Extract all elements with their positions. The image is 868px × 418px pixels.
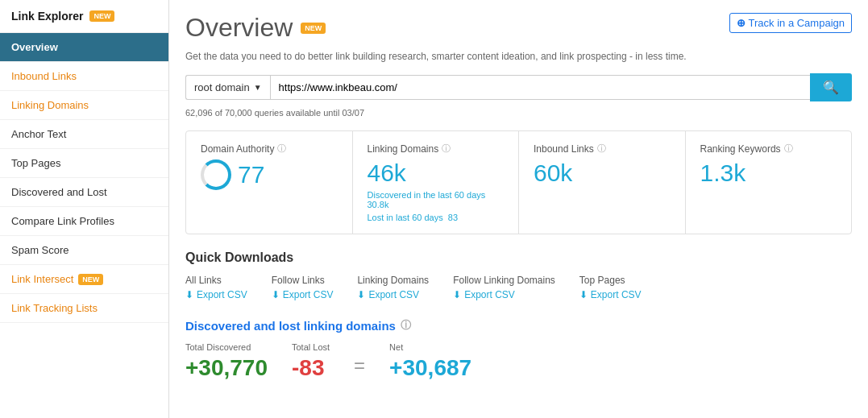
stat-ld-value: 46k — [368, 159, 505, 187]
sidebar-item-label: Overview — [11, 41, 58, 53]
net-row: Total Discovered +30,770 Total Lost -83 … — [185, 342, 852, 381]
sidebar-item-linking-domains[interactable]: Linking Domains — [0, 91, 168, 120]
total-discovered-col: Total Discovered +30,770 — [185, 342, 268, 381]
search-bar: root domain ▼ 🔍 — [185, 73, 852, 101]
queries-info: 62,096 of 70,000 queries available until… — [185, 108, 852, 118]
main-header: Overview NEW ⊕ Track in a Campaign — [185, 13, 852, 43]
download-icon: ⬇ — [579, 289, 588, 300]
da-circle — [201, 159, 231, 190]
download-icon: ⬇ — [185, 289, 193, 300]
sidebar-title: Link Explorer — [11, 10, 83, 23]
export-linking-domains-btn[interactable]: ⬇ Export CSV — [357, 289, 429, 300]
ld-info-icon[interactable]: ⓘ — [442, 143, 451, 155]
sidebar-item-label: Linking Domains — [11, 99, 89, 111]
download-icon: ⬇ — [272, 289, 280, 300]
overview-badge: NEW — [301, 23, 326, 34]
sidebar-item-inbound-links[interactable]: Inbound Links — [0, 62, 168, 91]
stat-rk-label: Ranking Keywords ⓘ — [700, 143, 837, 155]
link-intersect-badge: NEW — [78, 274, 103, 285]
domain-selector[interactable]: root domain ▼ — [185, 75, 270, 100]
sidebar: Link Explorer NEW Overview Inbound Links… — [0, 0, 169, 418]
total-discovered-value: +30,770 — [185, 355, 268, 381]
sidebar-item-compare-link-profiles[interactable]: Compare Link Profiles — [0, 207, 168, 236]
stat-domain-authority: Domain Authority ⓘ 77 — [186, 131, 353, 234]
stats-row: Domain Authority ⓘ 77 Linking Domains ⓘ … — [185, 130, 852, 234]
sidebar-item-label: Inbound Links — [11, 70, 77, 82]
download-icon: ⬇ — [357, 289, 365, 300]
sidebar-item-label: Link Intersect — [11, 273, 73, 285]
sidebar-item-spam-score[interactable]: Spam Score — [0, 236, 168, 265]
il-info-icon[interactable]: ⓘ — [597, 143, 606, 155]
sidebar-item-label: Top Pages — [11, 157, 60, 169]
sidebar-item-label: Compare Link Profiles — [11, 215, 114, 227]
main-content: Overview NEW ⊕ Track in a Campaign Get t… — [169, 0, 868, 418]
page-title: Overview NEW — [185, 13, 326, 43]
rk-info-icon[interactable]: ⓘ — [784, 143, 793, 155]
quick-downloads-title: Quick Downloads — [185, 250, 852, 265]
download-top-pages: Top Pages ⬇ Export CSV — [579, 275, 642, 300]
download-linking-domains: Linking Domains ⬇ Export CSV — [357, 275, 429, 300]
track-icon: ⊕ — [737, 17, 745, 29]
da-info-icon[interactable]: ⓘ — [277, 143, 286, 155]
sidebar-item-discovered-lost[interactable]: Discovered and Lost — [0, 178, 168, 207]
export-all-links-btn[interactable]: ⬇ Export CSV — [185, 289, 247, 300]
sidebar-header: Link Explorer NEW — [0, 0, 168, 33]
search-button[interactable]: 🔍 — [810, 73, 852, 101]
download-icon: ⬇ — [453, 289, 461, 300]
stat-ld-label: Linking Domains ⓘ — [368, 143, 505, 155]
stat-da-value: 77 — [201, 159, 338, 190]
net-col: Net +30,687 — [389, 342, 471, 381]
stat-inbound-links: Inbound Links ⓘ 60k — [519, 131, 686, 234]
discovered-lost-section-title: Discovered and lost linking domains ⓘ — [185, 318, 852, 333]
export-top-pages-btn[interactable]: ⬇ Export CSV — [579, 289, 642, 300]
sidebar-item-link-tracking-lists[interactable]: Link Tracking Lists — [0, 294, 168, 323]
stat-il-label: Inbound Links ⓘ — [534, 143, 671, 155]
stat-linking-domains: Linking Domains ⓘ 46k Discovered in the … — [353, 131, 520, 234]
track-campaign-link[interactable]: ⊕ Track in a Campaign — [729, 13, 852, 33]
export-follow-links-btn[interactable]: ⬇ Export CSV — [272, 289, 334, 300]
circle-info-icon[interactable]: ⓘ — [401, 318, 411, 333]
url-input[interactable] — [270, 75, 810, 100]
stat-ranking-keywords: Ranking Keywords ⓘ 1.3k — [686, 131, 852, 234]
stat-rk-value: 1.3k — [700, 159, 837, 187]
page-subtitle: Get the data you need to do better link … — [185, 51, 852, 62]
search-icon: 🔍 — [823, 81, 839, 94]
download-follow-linking-domains: Follow Linking Domains ⬇ Export CSV — [453, 275, 555, 300]
sidebar-item-label: Link Tracking Lists — [11, 302, 98, 314]
downloads-row: All Links ⬇ Export CSV Follow Links ⬇ Ex… — [185, 275, 852, 300]
sidebar-item-link-intersect[interactable]: Link Intersect NEW — [0, 265, 168, 294]
download-all-links: All Links ⬇ Export CSV — [185, 275, 247, 300]
equals-sign: = — [354, 354, 365, 377]
sidebar-item-top-pages[interactable]: Top Pages — [0, 149, 168, 178]
sidebar-item-label: Spam Score — [11, 244, 69, 256]
stat-il-value: 60k — [534, 159, 671, 187]
sidebar-item-anchor-text[interactable]: Anchor Text — [0, 120, 168, 149]
sidebar-new-badge: NEW — [89, 10, 114, 22]
total-lost-value: -83 — [292, 355, 330, 381]
total-lost-col: Total Lost -83 — [292, 342, 330, 381]
sidebar-item-overview[interactable]: Overview — [0, 33, 168, 62]
stat-ld-sub1: Discovered in the last 60 days 30.8k — [368, 190, 505, 209]
sidebar-item-label: Anchor Text — [11, 128, 66, 140]
export-follow-linking-domains-btn[interactable]: ⬇ Export CSV — [453, 289, 555, 300]
sidebar-item-label: Discovered and Lost — [11, 186, 107, 198]
net-value: +30,687 — [389, 355, 471, 381]
stat-ld-sub2: Lost in last 60 days 83 — [368, 213, 505, 222]
download-follow-links: Follow Links ⬇ Export CSV — [272, 275, 334, 300]
chevron-down-icon: ▼ — [254, 83, 262, 92]
stat-da-label: Domain Authority ⓘ — [201, 143, 338, 155]
